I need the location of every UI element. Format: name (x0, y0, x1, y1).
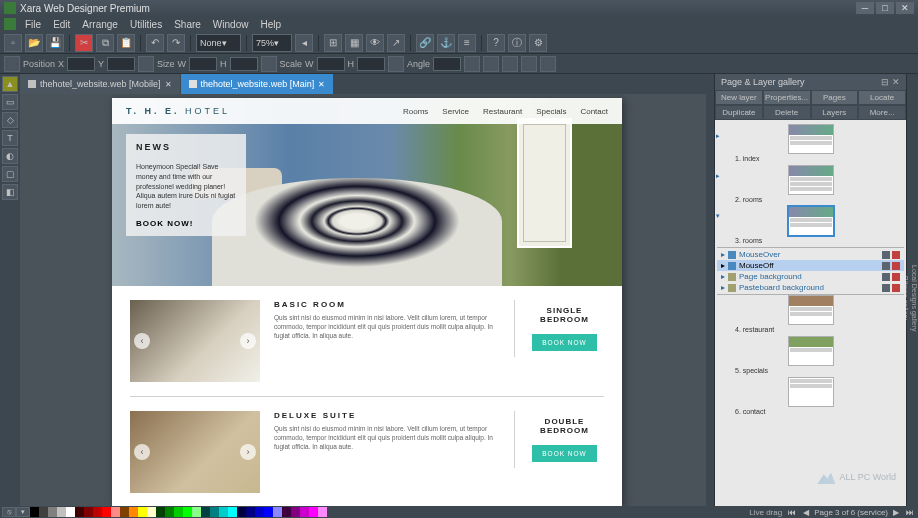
duplicate-button[interactable]: Duplicate (715, 105, 763, 120)
color-swatch[interactable] (75, 507, 84, 517)
color-swatch[interactable] (273, 507, 282, 517)
color-swatch[interactable] (255, 507, 264, 517)
maximize-button[interactable]: □ (876, 2, 894, 14)
close-button[interactable]: ✕ (896, 2, 914, 14)
lock-size-icon[interactable] (261, 56, 277, 72)
color-swatch[interactable] (102, 507, 111, 517)
fill-tool[interactable]: ◐ (2, 148, 18, 164)
grid-button[interactable]: ▦ (345, 34, 363, 52)
layers-button[interactable]: Layers (811, 105, 859, 120)
zoom-combo[interactable]: 75% ▾ (252, 34, 292, 52)
color-swatch[interactable] (57, 507, 66, 517)
page-thumb-item[interactable]: ▸ 2. rooms (717, 165, 904, 203)
shape-tool[interactable]: ◇ (2, 112, 18, 128)
wscale-input[interactable] (317, 57, 345, 71)
w-input[interactable] (189, 57, 217, 71)
redo-button[interactable]: ↷ (167, 34, 185, 52)
shadow-tool[interactable]: ◧ (2, 184, 18, 200)
lock-icon[interactable] (892, 284, 900, 292)
visibility-icon[interactable] (882, 284, 890, 292)
menu-edit[interactable]: Edit (48, 18, 75, 31)
anchor-button[interactable]: ⚓ (437, 34, 455, 52)
color-swatch[interactable] (309, 507, 318, 517)
skew-button[interactable] (521, 56, 537, 72)
menu-arrange[interactable]: Arrange (77, 18, 123, 31)
color-swatch[interactable] (237, 507, 246, 517)
selector-icon[interactable] (4, 56, 20, 72)
visibility-icon[interactable] (882, 262, 890, 270)
color-swatch[interactable] (93, 507, 102, 517)
color-swatch[interactable] (228, 507, 237, 517)
carousel-next-icon[interactable]: › (240, 444, 256, 460)
color-swatch[interactable] (147, 507, 156, 517)
tab-close-icon[interactable]: ✕ (318, 80, 325, 89)
canvas[interactable]: T. H. E. HOTEL Rooms Service Restaurant … (20, 94, 714, 506)
color-swatch[interactable] (318, 507, 327, 517)
tab-main[interactable]: thehotel_website.web [Main] ✕ (181, 74, 334, 94)
lock-aspect-icon[interactable] (388, 56, 404, 72)
photo-tool[interactable]: ▭ (2, 94, 18, 110)
navbar-button[interactable]: ≡ (458, 34, 476, 52)
text-tool[interactable]: T (2, 130, 18, 146)
color-swatch[interactable] (183, 507, 192, 517)
app-menu-icon[interactable] (4, 18, 16, 30)
color-swatch[interactable] (291, 507, 300, 517)
layer-row[interactable]: ▸Pasteboard background (717, 282, 904, 293)
prev-page-button[interactable]: ◀ (801, 508, 811, 517)
cut-button[interactable]: ✂ (75, 34, 93, 52)
menu-help[interactable]: Help (255, 18, 286, 31)
page-thumb-item[interactable]: ▾ 3. rooms (717, 206, 904, 244)
snap-button[interactable]: ⊞ (324, 34, 342, 52)
angle-input[interactable] (433, 57, 461, 71)
carousel-next-icon[interactable]: › (240, 333, 256, 349)
color-swatch[interactable] (165, 507, 174, 517)
flip-h-button[interactable] (464, 56, 480, 72)
undo-button[interactable]: ↶ (146, 34, 164, 52)
pages-button[interactable]: Pages (811, 90, 859, 105)
panel-pin-icon[interactable]: ⊟ ✕ (881, 77, 900, 87)
lock-icon[interactable] (892, 273, 900, 281)
page-thumb-item[interactable]: 4. restaurant (717, 295, 904, 333)
tag-button[interactable] (540, 56, 556, 72)
x-input[interactable] (67, 57, 95, 71)
color-picker-button[interactable]: ▾ (16, 507, 30, 517)
color-swatch[interactable] (210, 507, 219, 517)
minimize-button[interactable]: ─ (856, 2, 874, 14)
layer-row[interactable]: ▸MouseOff (717, 260, 904, 271)
nav-rooms[interactable]: Rooms (403, 107, 428, 116)
lock-pos-icon[interactable] (138, 56, 154, 72)
color-swatch[interactable] (30, 507, 39, 517)
no-color-button[interactable]: ⦸ (2, 507, 16, 517)
color-swatch[interactable] (174, 507, 183, 517)
new-layer-button[interactable]: New layer (715, 90, 763, 105)
save-button[interactable]: 💾 (46, 34, 64, 52)
preview-button[interactable]: 👁 (366, 34, 384, 52)
lock-icon[interactable] (892, 251, 900, 259)
color-swatch[interactable] (192, 507, 201, 517)
h-input[interactable] (230, 57, 258, 71)
color-swatch[interactable] (48, 507, 57, 517)
rectangle-tool[interactable]: ▢ (2, 166, 18, 182)
local-designs-tab[interactable]: Local Designs gallery (911, 265, 918, 332)
book-now-button[interactable]: BOOK NOW (532, 334, 596, 351)
lock-icon[interactable] (892, 262, 900, 270)
rotate-button[interactable] (502, 56, 518, 72)
color-swatch[interactable] (129, 507, 138, 517)
options-button[interactable]: ⚙ (529, 34, 547, 52)
menu-file[interactable]: File (20, 18, 46, 31)
visibility-icon[interactable] (882, 273, 890, 281)
paste-button[interactable]: 📋 (117, 34, 135, 52)
color-swatch[interactable] (300, 507, 309, 517)
color-swatch[interactable] (156, 507, 165, 517)
page-thumb-item[interactable]: 5. specials (717, 336, 904, 374)
open-button[interactable]: 📂 (25, 34, 43, 52)
tab-mobile[interactable]: thehotel_website.web [Mobile] ✕ (20, 74, 180, 94)
visibility-icon[interactable] (882, 251, 890, 259)
nav-restaurant[interactable]: Restaurant (483, 107, 522, 116)
color-swatch[interactable] (66, 507, 75, 517)
hscale-input[interactable] (357, 57, 385, 71)
more-button[interactable]: More... (858, 105, 906, 120)
menu-window[interactable]: Window (208, 18, 254, 31)
page-thumb-item[interactable]: 6. contact (717, 377, 904, 415)
flip-v-button[interactable] (483, 56, 499, 72)
